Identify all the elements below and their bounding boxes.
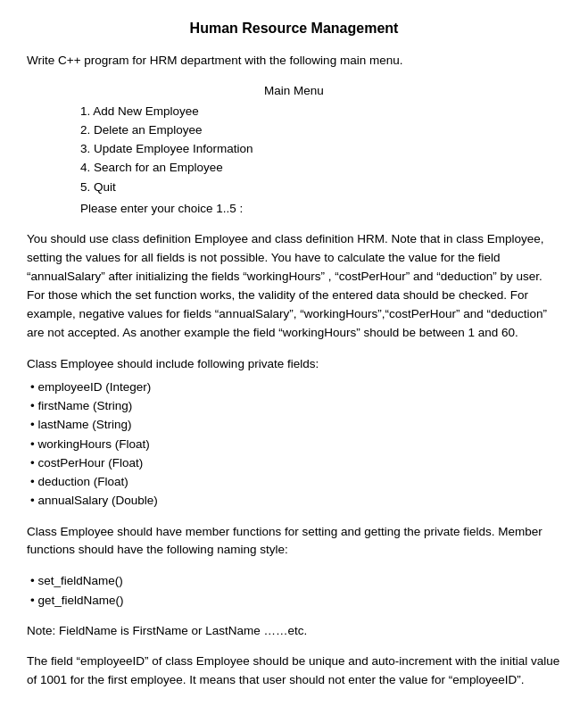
menu-item-4: 4. Search for an Employee <box>80 159 561 177</box>
member-functions-title: Class Employee should have member functi… <box>27 523 561 561</box>
private-fields-title: Class Employee should include following … <box>27 355 561 373</box>
field-annual-salary: annualSalary (Double) <box>30 492 561 510</box>
get-function: get_fieldName() <box>30 592 561 610</box>
field-deduction: deduction (Float) <box>30 473 561 491</box>
field-last-name: lastName (String) <box>30 416 561 434</box>
set-function: set_fieldName() <box>30 572 561 590</box>
field-first-name: firstName (String) <box>30 397 561 415</box>
menu-list: 1. Add New Employee 2. Delete an Employe… <box>80 103 561 196</box>
menu-item-5: 5. Quit <box>80 179 561 196</box>
intro-text: Write C++ program for HRM department wit… <box>27 52 561 70</box>
private-fields-list: employeeID (Integer) firstName (String) … <box>27 378 561 511</box>
field-employee-id: employeeID (Integer) <box>30 378 561 396</box>
menu-item-2: 2. Delete an Employee <box>80 121 561 139</box>
field-cost-per-hour: costPerHour (Float) <box>30 454 561 472</box>
employee-id-description: The field “employeeID” of class Employee… <box>27 652 561 690</box>
menu-title: Main Menu <box>80 82 508 100</box>
menu-prompt: Please enter your choice 1..5 : <box>80 200 561 218</box>
description-text: You should use class definition Employee… <box>27 230 561 343</box>
member-functions-list: set_fieldName() get_fieldName() <box>27 572 561 610</box>
menu-item-3: 3. Update Employee Information <box>80 140 561 158</box>
page-title: Human Resource Management <box>27 18 561 39</box>
menu-section: Main Menu 1. Add New Employee 2. Delete … <box>27 82 561 218</box>
menu-item-1: 1. Add New Employee <box>80 103 561 120</box>
field-working-hours: workingHours (Float) <box>30 436 561 453</box>
field-name-note: Note: FieldName is FirstName or LastName… <box>27 622 561 640</box>
